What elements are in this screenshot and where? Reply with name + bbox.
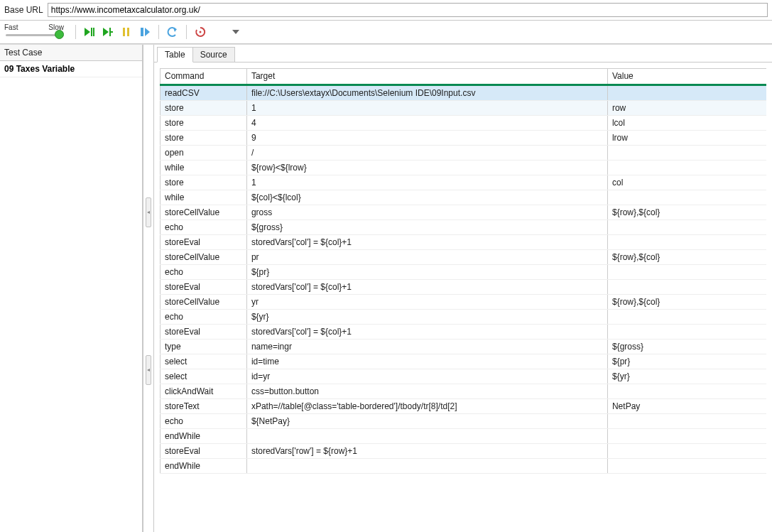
cell-command[interactable]: store <box>161 175 247 190</box>
cell-command[interactable]: endWhile <box>161 459 247 474</box>
cell-target[interactable]: file://C:\Users\extayx\Documents\Seleniu… <box>246 85 607 101</box>
col-value[interactable]: Value <box>607 69 766 85</box>
cell-value[interactable] <box>607 325 766 340</box>
table-row[interactable]: storeEvalstoredVars['col'] = ${col}+1 <box>161 325 767 340</box>
cell-value[interactable] <box>607 235 766 250</box>
table-row[interactable]: selectid=yr${yr} <box>161 369 767 384</box>
tab-table[interactable]: Table <box>157 47 193 63</box>
table-row[interactable]: readCSVfile://C:\Users\extayx\Documents\… <box>161 85 767 101</box>
cell-target[interactable]: yr <box>246 295 607 310</box>
cell-value[interactable]: lrow <box>607 131 766 146</box>
cell-value[interactable]: ${row},${col} <box>607 250 766 265</box>
table-row[interactable]: store1row <box>161 101 767 116</box>
cell-target[interactable]: ${row}<${lrow} <box>246 161 607 175</box>
col-target[interactable]: Target <box>246 69 607 85</box>
table-row[interactable]: endWhile <box>161 459 767 474</box>
test-case-item[interactable]: 09 Taxes Variable <box>0 61 142 77</box>
cell-target[interactable]: ${gross} <box>246 220 607 235</box>
cell-target[interactable]: ${pr} <box>246 265 607 280</box>
cell-target[interactable]: storedVars['row'] = ${row}+1 <box>246 444 607 459</box>
table-row[interactable]: store1col <box>161 175 767 190</box>
cell-target[interactable]: storedVars['col'] = ${col}+1 <box>246 235 607 250</box>
cell-command[interactable]: storeEval <box>161 325 247 340</box>
table-row[interactable]: storeCellValuegross${row},${col} <box>161 205 767 220</box>
cell-value[interactable] <box>607 190 766 205</box>
cell-target[interactable]: pr <box>246 250 607 265</box>
cell-command[interactable]: storeCellValue <box>161 295 247 310</box>
table-row[interactable]: storeCellValueyr${row},${col} <box>161 295 767 310</box>
table-row[interactable]: store9lrow <box>161 131 767 146</box>
cell-target[interactable] <box>246 459 607 474</box>
cell-value[interactable]: ${yr} <box>607 369 766 384</box>
collapse-left-icon[interactable]: ◂ <box>146 355 151 385</box>
cell-command[interactable]: storeEval <box>161 444 247 459</box>
table-row[interactable]: echo${NetPay} <box>161 414 767 429</box>
table-row[interactable]: store4lcol <box>161 116 767 131</box>
table-row[interactable]: while${row}<${lrow} <box>161 161 767 175</box>
cell-value[interactable]: row <box>607 101 766 116</box>
command-grid[interactable]: Command Target Value readCSVfile://C:\Us… <box>160 68 766 474</box>
cell-target[interactable]: 1 <box>246 101 607 116</box>
cell-target[interactable]: storedVars['col'] = ${col}+1 <box>246 325 607 340</box>
cell-target[interactable]: xPath=//table[@class='table-bordered']/t… <box>246 399 607 414</box>
cell-command[interactable]: clickAndWait <box>161 384 247 399</box>
base-url-input[interactable] <box>48 3 768 17</box>
table-row[interactable]: storeEvalstoredVars['row'] = ${row}+1 <box>161 444 767 459</box>
tab-source[interactable]: Source <box>192 47 235 62</box>
cell-command[interactable]: echo <box>161 414 247 429</box>
cell-target[interactable]: 1 <box>246 175 607 190</box>
cell-target[interactable]: 9 <box>246 131 607 146</box>
table-row[interactable]: storeEvalstoredVars['col'] = ${col}+1 <box>161 235 767 250</box>
table-row[interactable]: typename=ingr${gross} <box>161 340 767 354</box>
table-row[interactable]: storeTextxPath=//table[@class='table-bor… <box>161 399 767 414</box>
cell-value[interactable]: ${row},${col} <box>607 205 766 220</box>
cell-value[interactable]: ${pr} <box>607 354 766 369</box>
table-row[interactable]: storeCellValuepr${row},${col} <box>161 250 767 265</box>
cell-target[interactable]: id=time <box>246 354 607 369</box>
cell-command[interactable]: echo <box>161 220 247 235</box>
cell-command[interactable]: store <box>161 101 247 116</box>
play-current-button[interactable] <box>100 24 116 40</box>
cell-target[interactable] <box>246 429 607 444</box>
cell-value[interactable] <box>607 85 766 101</box>
cell-value[interactable]: lcol <box>607 116 766 131</box>
cell-target[interactable]: 4 <box>246 116 607 131</box>
cell-value[interactable] <box>607 280 766 295</box>
cell-command[interactable]: select <box>161 369 247 384</box>
cell-value[interactable] <box>607 429 766 444</box>
cell-value[interactable] <box>607 444 766 459</box>
cell-command[interactable]: storeCellValue <box>161 205 247 220</box>
cell-command[interactable]: storeCellValue <box>161 250 247 265</box>
cell-command[interactable]: storeEval <box>161 235 247 250</box>
table-row[interactable]: clickAndWaitcss=button.button <box>161 384 767 399</box>
table-row[interactable]: while${col}<${lcol} <box>161 190 767 205</box>
rollup-button[interactable] <box>165 24 180 40</box>
cell-command[interactable]: storeText <box>161 399 247 414</box>
table-row[interactable]: storeEvalstoredVars['col'] = ${col}+1 <box>161 280 767 295</box>
cell-value[interactable] <box>607 384 766 399</box>
table-row[interactable]: endWhile <box>161 429 767 444</box>
table-row[interactable]: echo${yr} <box>161 310 767 325</box>
cell-value[interactable] <box>607 220 766 235</box>
cell-command[interactable]: echo <box>161 310 247 325</box>
cell-value[interactable] <box>607 265 766 280</box>
cell-command[interactable]: readCSV <box>161 85 247 101</box>
cell-command[interactable]: type <box>161 340 247 354</box>
splitter[interactable]: ◂ ◂ <box>143 45 154 532</box>
cell-value[interactable]: col <box>607 175 766 190</box>
step-button[interactable] <box>137 24 153 40</box>
cell-command[interactable]: while <box>161 190 247 205</box>
cell-target[interactable]: id=yr <box>246 369 607 384</box>
cell-value[interactable] <box>607 414 766 429</box>
cell-command[interactable]: echo <box>161 265 247 280</box>
cell-command[interactable]: select <box>161 354 247 369</box>
table-row[interactable]: echo${gross} <box>161 220 767 235</box>
cell-command[interactable]: store <box>161 116 247 131</box>
speed-slider[interactable]: Fast Slow <box>4 25 64 39</box>
collapse-left-icon[interactable]: ◂ <box>146 197 151 227</box>
cell-value[interactable] <box>607 161 766 175</box>
cell-value[interactable]: ${gross} <box>607 340 766 354</box>
cell-command[interactable]: open <box>161 146 247 161</box>
cell-command[interactable]: while <box>161 161 247 175</box>
cell-target[interactable]: / <box>246 146 607 161</box>
